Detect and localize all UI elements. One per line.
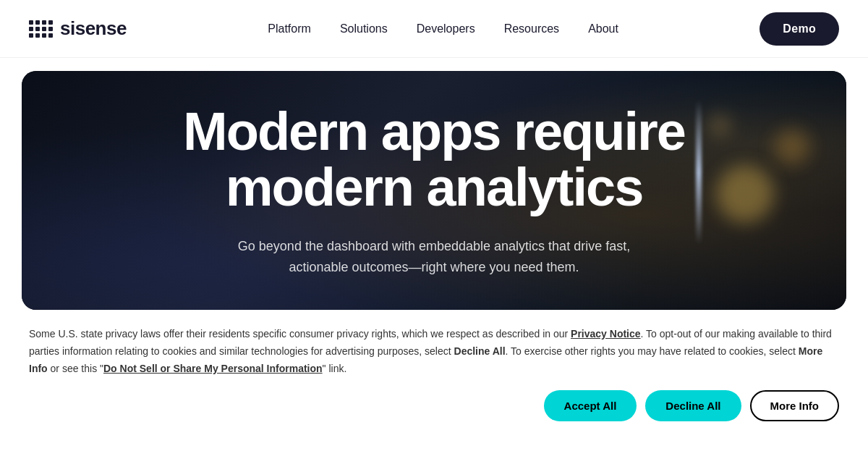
decline-all-inline: Decline All [454, 345, 506, 357]
more-info-button[interactable]: More Info [750, 390, 840, 421]
logo-grid-icon [29, 20, 53, 38]
privacy-notice-link[interactable]: Privacy Notice [571, 328, 641, 340]
accept-all-button[interactable]: Accept All [544, 390, 637, 421]
site-header: sisense Platform Solutions Developers Re… [0, 0, 868, 58]
privacy-text-after-decline: . To exercise other rights you may have … [506, 345, 799, 357]
main-nav: Platform Solutions Developers Resources … [268, 22, 618, 35]
hero-title-line1: Modern apps require [183, 101, 685, 161]
nav-resources[interactable]: Resources [504, 22, 559, 35]
privacy-text-end: " link. [323, 363, 347, 374]
hero-title: Modern apps require modern analytics [183, 104, 685, 216]
nav-about[interactable]: About [588, 22, 618, 35]
logo-text: sisense [60, 17, 127, 40]
hero-title-line2: modern analytics [226, 157, 643, 217]
hero-subtitle: Go beyond the dashboard with embeddable … [231, 236, 637, 278]
nav-solutions[interactable]: Solutions [340, 22, 388, 35]
hero-content: Modern apps require modern analytics Go … [22, 71, 846, 310]
hero-section: Modern apps require modern analytics Go … [22, 71, 846, 310]
nav-developers[interactable]: Developers [417, 22, 475, 35]
do-not-sell-link[interactable]: Do Not Sell or Share My Personal Informa… [103, 363, 323, 374]
decline-all-button[interactable]: Decline All [645, 390, 741, 421]
privacy-text: Some U.S. state privacy laws offer their… [29, 326, 839, 377]
logo[interactable]: sisense [29, 17, 127, 40]
demo-button[interactable]: Demo [760, 12, 839, 46]
privacy-text-before-do-not-sell: or see this " [48, 363, 103, 374]
privacy-text-before-link: Some U.S. state privacy laws offer their… [29, 328, 571, 340]
nav-platform[interactable]: Platform [268, 22, 311, 35]
cookie-actions: Accept All Decline All More Info [0, 377, 868, 421]
privacy-section: Some U.S. state privacy laws offer their… [0, 310, 868, 377]
